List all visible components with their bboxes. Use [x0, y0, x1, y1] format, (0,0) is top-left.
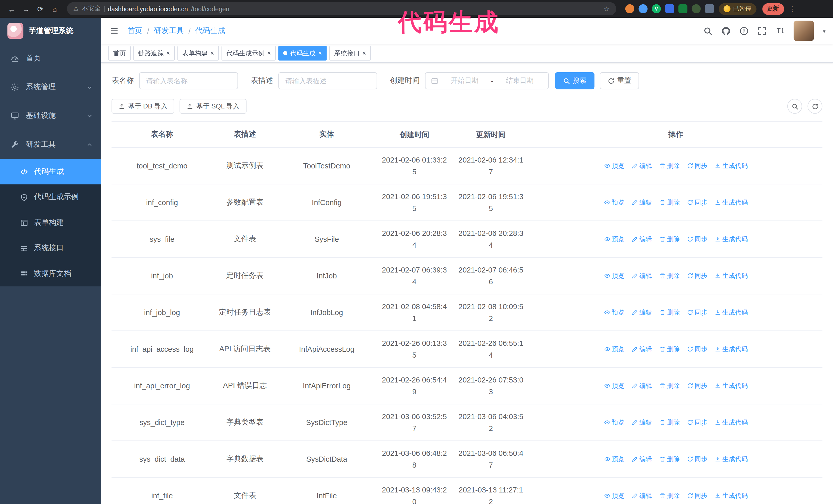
sidebar-item-system-api[interactable]: 系统接口 [0, 235, 101, 261]
sync-link[interactable]: 同步 [687, 381, 708, 390]
search-icon[interactable] [703, 26, 712, 35]
sidebar-item-form-builder[interactable]: 表单构建 [0, 210, 101, 235]
import-sql-button[interactable]: 基于 SQL 导入 [180, 99, 246, 114]
sync-link[interactable]: 同步 [687, 235, 708, 243]
browser-back-icon[interactable]: ← [5, 2, 18, 15]
extension-icon[interactable]: V [652, 4, 661, 13]
sidebar-item-infra[interactable]: 基础设施 [0, 101, 101, 130]
generate-code-link[interactable]: 生成代码 [714, 161, 748, 170]
profile-paused-badge[interactable]: 已暂停 [719, 3, 756, 15]
reset-button[interactable]: 重置 [600, 72, 639, 89]
preview-link[interactable]: 预览 [604, 381, 625, 390]
generate-code-link[interactable]: 生成代码 [714, 491, 748, 500]
delete-link[interactable]: 删除 [659, 455, 680, 463]
font-size-icon[interactable]: T [776, 26, 785, 35]
edit-link[interactable]: 编辑 [631, 271, 652, 280]
tag-close-icon[interactable]: × [166, 50, 170, 56]
breadcrumb-devtools[interactable]: 研发工具 [154, 26, 184, 35]
delete-link[interactable]: 删除 [659, 235, 680, 243]
tab-tag[interactable]: 链路追踪 × [133, 46, 175, 61]
generate-code-link[interactable]: 生成代码 [714, 344, 748, 354]
tab-tag[interactable]: 表单构建 × [177, 46, 219, 61]
sidebar-item-codegen[interactable]: 代码生成 [0, 159, 101, 184]
github-icon[interactable] [721, 26, 731, 35]
edit-link[interactable]: 编辑 [631, 418, 652, 427]
extension-icon[interactable] [679, 4, 687, 13]
generate-code-link[interactable]: 生成代码 [714, 308, 748, 317]
generate-code-link[interactable]: 生成代码 [714, 381, 748, 390]
browser-refresh-icon[interactable]: ⟳ [34, 2, 47, 15]
sidebar-item-devtools[interactable]: 研发工具 [0, 130, 101, 159]
table-name-input[interactable] [139, 72, 238, 89]
tab-tag[interactable]: 系统接口 × [329, 46, 371, 61]
tab-tag[interactable]: 首页 [109, 46, 131, 61]
date-start-placeholder[interactable]: 开始日期 [442, 76, 488, 86]
delete-link[interactable]: 删除 [659, 344, 680, 354]
preview-link[interactable]: 预览 [604, 491, 625, 500]
preview-link[interactable]: 预览 [604, 308, 625, 317]
question-icon[interactable]: ? [739, 26, 748, 35]
delete-link[interactable]: 删除 [659, 271, 680, 280]
preview-link[interactable]: 预览 [604, 198, 625, 207]
preview-link[interactable]: 预览 [604, 271, 625, 280]
import-db-button[interactable]: 基于 DB 导入 [112, 99, 174, 114]
preview-link[interactable]: 预览 [604, 235, 625, 243]
avatar-caret-icon[interactable]: ▾ [823, 28, 826, 34]
breadcrumb-home[interactable]: 首页 [127, 26, 142, 35]
toggle-search-button[interactable] [787, 99, 802, 114]
edit-link[interactable]: 编辑 [631, 455, 652, 463]
generate-code-link[interactable]: 生成代码 [714, 271, 748, 280]
edit-link[interactable]: 编辑 [631, 161, 652, 170]
delete-link[interactable]: 删除 [659, 381, 680, 390]
generate-code-link[interactable]: 生成代码 [714, 198, 748, 207]
delete-link[interactable]: 删除 [659, 198, 680, 207]
browser-home-icon[interactable]: ⌂ [48, 2, 61, 15]
browser-update-button[interactable]: 更新 [762, 3, 784, 15]
date-end-placeholder[interactable]: 结束日期 [497, 76, 543, 86]
preview-link[interactable]: 预览 [604, 455, 625, 463]
edit-link[interactable]: 编辑 [631, 381, 652, 390]
fullscreen-icon[interactable] [758, 26, 767, 35]
sync-link[interactable]: 同步 [687, 344, 708, 354]
sync-link[interactable]: 同步 [687, 271, 708, 280]
delete-link[interactable]: 删除 [659, 308, 680, 317]
bookmark-star-icon[interactable]: ☆ [603, 5, 610, 13]
sidebar-item-db-docs[interactable]: 数据库文档 [0, 261, 101, 286]
sidebar-item-home[interactable]: 首页 [0, 44, 101, 73]
sync-link[interactable]: 同步 [687, 198, 708, 207]
hamburger-icon[interactable] [101, 26, 128, 35]
sync-link[interactable]: 同步 [687, 455, 708, 463]
extension-icon[interactable] [625, 4, 634, 13]
preview-link[interactable]: 预览 [604, 418, 625, 427]
search-button[interactable]: 搜索 [555, 72, 594, 89]
generate-code-link[interactable]: 生成代码 [714, 455, 748, 463]
preview-link[interactable]: 预览 [604, 161, 625, 170]
preview-link[interactable]: 预览 [604, 344, 625, 354]
refresh-table-button[interactable] [808, 99, 823, 114]
extension-icon[interactable] [692, 4, 701, 13]
generate-code-link[interactable]: 生成代码 [714, 418, 748, 427]
date-range-picker[interactable]: 开始日期 - 结束日期 [425, 72, 549, 89]
sync-link[interactable]: 同步 [687, 418, 708, 427]
delete-link[interactable]: 删除 [659, 161, 680, 170]
edit-link[interactable]: 编辑 [631, 491, 652, 500]
browser-menu-icon[interactable]: ⋮ [789, 5, 795, 13]
tab-tag[interactable]: 代码生成示例 × [221, 46, 276, 61]
tag-close-icon[interactable]: × [267, 50, 271, 56]
delete-link[interactable]: 删除 [659, 418, 680, 427]
delete-link[interactable]: 删除 [659, 491, 680, 500]
edit-link[interactable]: 编辑 [631, 198, 652, 207]
table-desc-input[interactable] [278, 72, 377, 89]
sync-link[interactable]: 同步 [687, 491, 708, 500]
tag-close-icon[interactable]: × [362, 50, 366, 56]
user-avatar[interactable] [794, 21, 814, 41]
tag-close-icon[interactable]: × [318, 50, 322, 56]
generate-code-link[interactable]: 生成代码 [714, 235, 748, 243]
browser-forward-icon[interactable]: → [20, 2, 32, 15]
address-bar[interactable]: ⚠ 不安全 dashboard.yudao.iocoder.cn/tool/co… [67, 2, 616, 16]
tag-close-icon[interactable]: × [210, 50, 214, 56]
edit-link[interactable]: 编辑 [631, 235, 652, 243]
extension-icon[interactable] [639, 4, 647, 13]
tab-tag[interactable]: 代码生成 × [278, 46, 327, 61]
sync-link[interactable]: 同步 [687, 308, 708, 317]
